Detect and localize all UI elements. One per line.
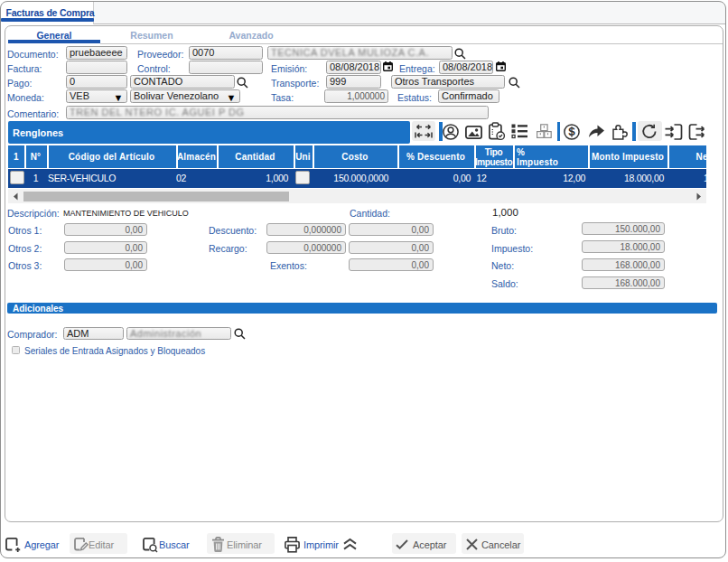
svg-text:S: S [568,126,575,138]
